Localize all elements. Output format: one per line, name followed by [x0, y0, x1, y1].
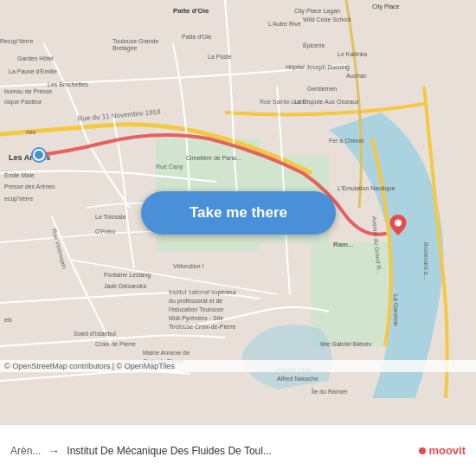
svg-text:Ilée Gabriel Biénès: Ilée Gabriel Biénès [320, 341, 372, 347]
svg-text:La Garonne: La Garonne [393, 294, 399, 326]
svg-text:Patte d'Oie: Patte d'Oie [173, 7, 209, 15]
svg-text:Vélorution I: Vélorution I [173, 263, 203, 269]
svg-text:Institut national supérieur: Institut national supérieur [169, 289, 237, 296]
svg-text:Le Tolosate: Le Tolosate [95, 214, 126, 220]
svg-text:Le Kallinka: Le Kallinka [338, 51, 367, 57]
svg-text:Auchan: Auchan [346, 73, 367, 79]
svg-text:bureau de Presse: bureau de Presse [4, 88, 52, 94]
to-label: Institut De Mécanique Des Fluides De Tou… [67, 445, 419, 457]
svg-text:Fontaine Lestang: Fontaine Lestang [104, 272, 151, 279]
svg-text:Jade Delsandra: Jade Delsandra [104, 283, 146, 289]
svg-text:Soleil d'Istanbul: Soleil d'Istanbul [74, 331, 116, 337]
arrow-icon: → [48, 444, 60, 458]
svg-text:Recup'Verre: Recup'Verre [0, 38, 33, 45]
svg-text:l'éducation Toulouse: l'éducation Toulouse [169, 306, 223, 312]
svg-text:Émile Male: Émile Male [4, 171, 35, 178]
destination-pin [388, 215, 408, 235]
svg-text:Toulouse Grande: Toulouse Grande [113, 38, 158, 44]
svg-text:Alfred Nakache: Alfred Nakache [277, 376, 318, 382]
svg-text:Midi-Pyrénées - Site: Midi-Pyrénées - Site [169, 315, 223, 322]
svg-text:City Place: City Place [372, 3, 400, 10]
moovit-logo: moovit [419, 444, 466, 457]
svg-text:Mairie Annexe de: Mairie Annexe de [143, 350, 190, 356]
svg-text:Ram...: Ram... [333, 241, 354, 248]
svg-text:Bretagne: Bretagne [113, 45, 138, 52]
svg-rect-3 [312, 242, 398, 346]
svg-text:Gentlemen: Gentlemen [307, 86, 337, 92]
svg-text:Wild Code School: Wild Code School [303, 16, 351, 23]
svg-text:La Dispute Aux Oiseaux: La Dispute Aux Oiseaux [294, 99, 359, 106]
svg-text:La Pause d'Emilie: La Pause d'Emilie [9, 68, 57, 74]
svg-text:du professorat et de: du professorat et de [169, 298, 222, 305]
svg-text:Île du Ramier: Île du Ramier [311, 388, 348, 395]
svg-text:els: els [4, 317, 12, 323]
copyright-bar: © OpenStreetMap contributors | © OpenMap… [0, 360, 476, 372]
origin-marker [33, 149, 45, 161]
from-label: Arèn... [10, 445, 41, 457]
svg-text:nes: nes [26, 129, 36, 135]
svg-text:Croix de Pierre: Croix de Pierre [95, 341, 136, 347]
copyright-text: © OpenStreetMap contributors | © OpenMap… [4, 362, 175, 370]
svg-text:L'Autre Rive: L'Autre Rive [268, 21, 301, 27]
svg-text:ecup'Verre: ecup'Verre [4, 196, 33, 203]
moovit-dot [419, 447, 426, 454]
svg-text:Hôpital Joseph Ducuing: Hôpital Joseph Ducuing [286, 64, 350, 71]
bottom-bar: Arèn... → Institut De Mécanique Des Flui… [0, 424, 476, 476]
svg-text:Garden Hôtel: Garden Hôtel [17, 55, 54, 61]
svg-text:Presse des Arènes: Presse des Arènes [4, 183, 55, 190]
svg-text:Fer à Cheval: Fer à Cheval [329, 138, 364, 144]
svg-point-61 [395, 220, 402, 227]
svg-text:Boulevard d...: Boulevard d... [423, 242, 429, 280]
svg-text:Rue Cany: Rue Cany [156, 164, 183, 170]
svg-text:Patte d'Oie: Patte d'Oie [182, 34, 212, 40]
svg-text:L'Emulation Nautique: L'Emulation Nautique [338, 185, 395, 192]
svg-text:La Poste: La Poste [208, 54, 232, 60]
moovit-text: moovit [428, 444, 466, 457]
svg-text:Cimetière de Pana...: Cimetière de Pana... [186, 155, 241, 161]
take-me-there-button[interactable]: Take me there [141, 191, 336, 235]
svg-text:O'Fréro: O'Fréro [95, 228, 116, 235]
svg-text:City Place Lagan: City Place Lagan [294, 8, 340, 15]
svg-text:nique Pasteur: nique Pasteur [4, 99, 42, 106]
svg-text:Les Brochettes: Les Brochettes [48, 81, 88, 87]
svg-text:Toulouse Croix-de-Pierre: Toulouse Croix-de-Pierre [169, 324, 236, 330]
map-container: Rue du 11 Novembre 1918 Rue Sainte-Lucie… [0, 0, 476, 424]
svg-text:Épicerie: Épicerie [303, 42, 325, 49]
